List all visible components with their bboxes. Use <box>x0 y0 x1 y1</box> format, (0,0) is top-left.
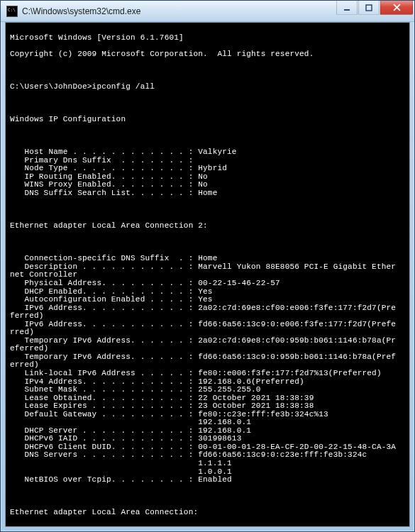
output-line: DNS Suffix Search List. . . . . . : Home <box>10 189 405 198</box>
maximize-button[interactable] <box>358 1 380 15</box>
output-line: Temporary IPv6 Address. . . . . . : fd66… <box>10 353 405 362</box>
titlebar[interactable]: C:\Windows\system32\cmd.exe <box>1 1 414 22</box>
output-line: IPv6 Address. . . . . . . . . . . : fd66… <box>10 321 405 329</box>
output-line: Temporary IPv6 Address. . . . . . : 2a02… <box>10 337 405 345</box>
console-output[interactable]: Microsoft Windows [Version 6.1.7601] Cop… <box>5 22 410 527</box>
cmd-icon <box>6 6 18 17</box>
output-line: Lease Expires . . . . . . . . . . : 23 O… <box>10 402 405 411</box>
output-line: 1.1.1.1 <box>10 460 405 468</box>
maximize-icon <box>365 4 372 11</box>
close-button[interactable] <box>380 1 413 15</box>
output-line: Microsoft Windows [Version 6.1.7601] <box>10 34 405 43</box>
section-header: Windows IP Configuration <box>10 116 405 124</box>
section-header: Ethernet adapter Local Area Connection: <box>10 509 405 517</box>
output-blank <box>10 525 405 527</box>
output-blank <box>10 238 405 247</box>
section-header: Ethernet adapter Local Area Connection 2… <box>10 222 405 231</box>
output-blank <box>10 492 405 501</box>
minimize-button[interactable] <box>336 1 358 15</box>
window-controls <box>336 1 413 15</box>
output-line: IPv6 Address. . . . . . . . . . . : 2a02… <box>10 304 405 313</box>
output-line: Physical Address. . . . . . . . . : 00-2… <box>10 279 405 288</box>
output-blank <box>10 67 405 75</box>
output-blank <box>10 132 405 140</box>
window-title: C:\Windows\system32\cmd.exe <box>22 6 336 16</box>
output-blank <box>10 99 405 108</box>
minimize-icon <box>343 4 350 11</box>
output-blank <box>10 206 405 214</box>
svg-rect-1 <box>366 5 372 11</box>
svg-rect-0 <box>344 9 350 11</box>
prompt-line: C:\Users\JohnDoe>ipconfig /all <box>10 83 405 92</box>
close-icon <box>393 4 401 11</box>
output-line: NetBIOS over Tcpip. . . . . . . . : Enab… <box>10 476 405 484</box>
command-prompt-window: C:\Windows\system32\cmd.exe Microsoft Wi… <box>0 0 415 532</box>
output-line: Link-local IPv6 Address . . . . . : fe80… <box>10 370 405 378</box>
output-line: Autoconfiguration Enabled . . . . : Yes <box>10 296 405 304</box>
output-line: Copyright (c) 2009 Microsoft Corporation… <box>10 50 405 59</box>
output-line: Subnet Mask . . . . . . . . . . . : 255.… <box>10 386 405 394</box>
output-line: ferred) <box>10 312 405 321</box>
